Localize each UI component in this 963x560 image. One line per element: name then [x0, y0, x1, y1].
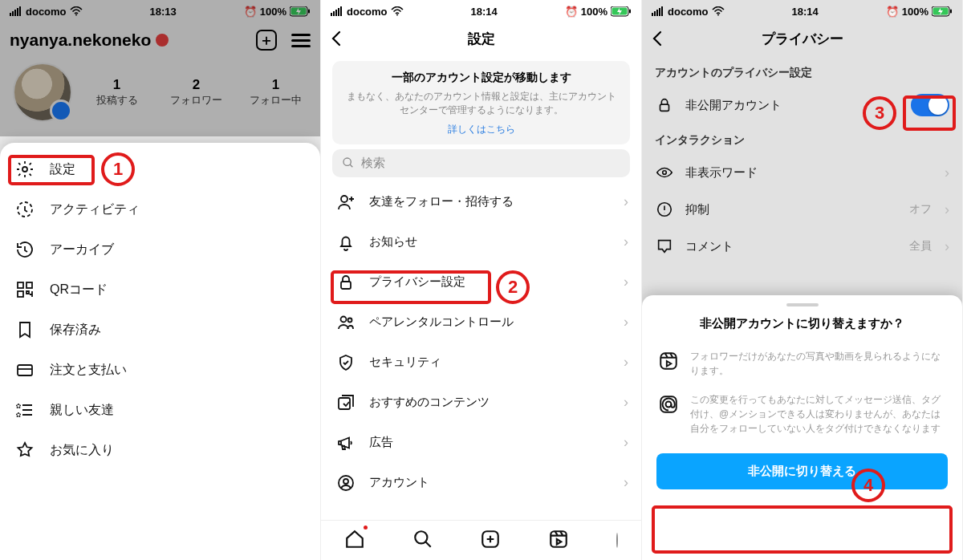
chevron-right-icon: › — [945, 164, 949, 181]
row-label: ペアレンタルコントロール — [369, 314, 514, 330]
row-parental[interactable]: ペアレンタルコントロール › — [321, 302, 641, 343]
media-icon — [335, 393, 356, 412]
annotation-box-2 — [331, 270, 491, 304]
tab-search[interactable] — [412, 529, 433, 553]
signal-icon — [10, 6, 22, 16]
battery-icon — [611, 6, 632, 17]
page-title: 設定 — [468, 30, 495, 48]
battery-percent: 100% — [581, 6, 607, 18]
menu-activity[interactable]: アクティビティ — [0, 189, 320, 229]
notice-link[interactable]: 詳しくはこちら — [343, 123, 619, 136]
sheet-info-2: この変更を行ってもあなたに対してメッセージ送信、タグ付け、@メンションできる人は… — [690, 392, 946, 436]
row-label: 非表示ワード — [685, 165, 758, 181]
archive-icon — [14, 240, 35, 259]
chevron-right-icon: › — [624, 274, 628, 290]
svg-rect-15 — [331, 13, 332, 16]
svg-point-28 — [348, 318, 352, 322]
svg-rect-44 — [660, 104, 669, 111]
search-icon — [342, 156, 355, 169]
tab-profile[interactable] — [616, 534, 618, 548]
row-notifications[interactable]: お知らせ › — [321, 222, 641, 262]
megaphone-icon — [335, 433, 356, 452]
svg-rect-35 — [652, 13, 653, 16]
row-suggested-content[interactable]: おすすめのコンテンツ › — [321, 383, 641, 423]
svg-point-31 — [343, 479, 348, 484]
bookmark-icon — [14, 320, 35, 339]
menu-label: アクティビティ — [50, 201, 140, 218]
annotation-box-3 — [903, 95, 956, 131]
row-comments[interactable]: コメント 全員 › — [642, 228, 962, 265]
alarm-icon: ⏰ — [565, 6, 578, 18]
clock-icon — [14, 200, 35, 219]
avatar[interactable] — [13, 63, 72, 122]
tab-home[interactable] — [344, 529, 365, 553]
svg-rect-39 — [661, 6, 663, 16]
battery-icon — [932, 6, 953, 17]
row-invite-friends[interactable]: 友達をフォロー・招待する › — [321, 182, 641, 222]
svg-point-25 — [341, 196, 347, 202]
menu-label: 保存済み — [50, 322, 101, 339]
annotation-callout-4: 4 — [851, 469, 885, 502]
search-input[interactable]: 検索 — [332, 149, 630, 177]
status-bar: docomo 18:13 ⏰ 100% — [0, 0, 320, 21]
battery-percent: 100% — [902, 6, 928, 18]
profile-menu-sheet: 設定 アクティビティ アーカイブ QRコード 保存済み 注文と支払い 親しい友達 — [0, 143, 320, 560]
row-account[interactable]: アカウント › — [321, 463, 641, 503]
switch-private-button[interactable]: 非公開に切り替える — [656, 453, 948, 489]
menu-favorites[interactable]: お気に入り — [0, 430, 320, 470]
svg-rect-38 — [659, 8, 660, 16]
star-icon — [14, 440, 35, 460]
hamburger-menu-button[interactable] — [291, 34, 311, 47]
chevron-right-icon: › — [945, 238, 949, 255]
menu-archive[interactable]: アーカイブ — [0, 229, 320, 270]
chevron-right-icon: › — [624, 434, 628, 451]
svg-point-27 — [341, 316, 347, 322]
chevron-right-icon: › — [624, 394, 628, 411]
svg-rect-47 — [660, 353, 677, 369]
menu-close-friends[interactable]: 親しい友達 — [0, 390, 320, 430]
stat-following[interactable]: 1 フォロー中 — [241, 77, 311, 108]
menu-qrcode[interactable]: QRコード — [0, 270, 320, 310]
reels-icon — [658, 349, 679, 378]
eye-hide-icon — [655, 164, 674, 181]
row-meta: 全員 — [909, 239, 932, 254]
row-label: 非公開アカウント — [685, 98, 782, 113]
phone-screen-2: docomo 18:14 ⏰ 100% 設定 一部のアカウント設定が移動します … — [321, 0, 642, 560]
chevron-right-icon: › — [945, 201, 949, 218]
signal-icon — [652, 6, 664, 16]
row-security[interactable]: セキュリティ › — [321, 343, 641, 383]
tab-reels[interactable] — [548, 529, 569, 553]
back-button[interactable] — [327, 21, 347, 56]
tab-create[interactable] — [480, 529, 501, 553]
row-hidden-words[interactable]: 非表示ワード › — [642, 154, 962, 191]
page-header: プライバシー — [642, 21, 962, 56]
svg-rect-0 — [10, 13, 11, 16]
avatar-icon — [616, 533, 618, 548]
stat-posts[interactable]: 1 投稿する — [82, 77, 152, 108]
svg-rect-19 — [340, 6, 342, 16]
account-icon — [335, 473, 356, 493]
clock: 18:13 — [150, 6, 177, 18]
sheet-handle[interactable] — [786, 303, 819, 306]
menu-orders[interactable]: 注文と支払い — [0, 350, 320, 390]
svg-rect-12 — [26, 282, 32, 288]
account-center-notice[interactable]: 一部のアカウント設定が移動します まもなく、あなたのアカウント情報と設定は、主に… — [332, 61, 630, 144]
row-ads[interactable]: 広告 › — [321, 423, 641, 463]
svg-rect-1 — [12, 11, 14, 16]
carrier-label: docomo — [347, 6, 388, 18]
carrier-label: docomo — [668, 6, 709, 18]
status-bar: docomo 18:14 ⏰ 100% — [642, 0, 962, 21]
svg-rect-13 — [18, 291, 23, 297]
status-bar: docomo 18:14 ⏰ 100% — [321, 0, 641, 21]
row-limits[interactable]: 抑制 オフ › — [642, 191, 962, 228]
notice-heading: 一部のアカウント設定が移動します — [343, 71, 619, 85]
chevron-right-icon: › — [624, 193, 628, 210]
username-dropdown[interactable]: nyanya.nekoneko — [10, 30, 169, 50]
alarm-icon: ⏰ — [244, 6, 257, 18]
wifi-icon — [70, 6, 83, 16]
back-button[interactable] — [648, 21, 668, 56]
stat-followers[interactable]: 2 フォロワー — [161, 77, 231, 108]
menu-saved[interactable]: 保存済み — [0, 310, 320, 350]
create-post-button[interactable]: ＋ — [256, 30, 277, 51]
chevron-right-icon: › — [624, 354, 628, 371]
